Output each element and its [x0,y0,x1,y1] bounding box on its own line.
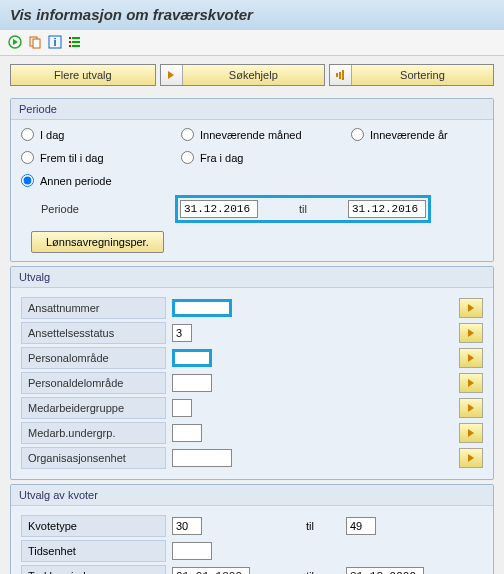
organisasjonsenhet-input[interactable] [172,449,232,467]
row-kvotetype: Kvotetype til [21,514,483,538]
copy-icon[interactable] [28,35,42,51]
utvalg-panel-title: Utvalg [11,267,493,288]
utvalg-panel: Utvalg Ansattnummer Ansettelsesstatus Pe… [10,266,494,480]
row-organisasjonsenhet: Organisasjonsenhet [21,446,483,470]
periode-highlight-box: til [175,195,431,223]
periode-to-input[interactable] [348,200,426,218]
execute-icon[interactable] [8,35,22,51]
lonnsavregning-button[interactable]: Lønnsavregningsper. [31,231,164,253]
multi-select-button[interactable] [459,323,483,343]
button-row: Flere utvalg Søkehjelp Sortering [0,56,504,94]
kvotetype-to-input[interactable] [346,517,376,535]
radio-inn-maned[interactable]: Inneværende måned [181,128,351,141]
radio-fra[interactable]: Fra i dag [181,151,351,164]
medarb-undergrp-input[interactable] [172,424,202,442]
svg-rect-9 [72,41,80,43]
toolbar: i [0,30,504,56]
row-ansattnummer: Ansattnummer [21,296,483,320]
personalomrade-input[interactable] [172,349,212,367]
svg-rect-11 [72,45,80,47]
kvoter-panel: Utvalg av kvoter Kvotetype til Tidsenhet… [10,484,494,574]
trekk-from-input[interactable] [172,567,250,574]
svg-rect-10 [69,45,71,47]
svg-rect-7 [72,37,80,39]
svg-rect-6 [69,37,71,39]
row-tidsenhet: Tidsenhet [21,539,483,563]
medarbeidergruppe-input[interactable] [172,399,192,417]
page-title: Vis informasjon om fraværskvoter [10,6,494,23]
kvotetype-from-input[interactable] [172,517,202,535]
multi-select-button[interactable] [459,448,483,468]
svg-text:i: i [53,36,56,48]
svg-rect-3 [33,39,40,48]
radio-frem[interactable]: Frem til i dag [21,151,181,164]
periode-label: Periode [21,203,167,215]
radio-idag[interactable]: I dag [21,128,181,141]
sortering-button[interactable]: Sortering [329,64,494,86]
radio-inn-ar[interactable]: Inneværende år [351,128,501,141]
til-label: til [278,203,328,215]
row-personaldelomrade: Personaldelområde [21,371,483,395]
ansettelsesstatus-input[interactable] [172,324,192,342]
sokehjelp-button[interactable]: Søkehjelp [160,64,325,86]
trekk-to-input[interactable] [346,567,424,574]
row-medarb-undergrp: Medarb.undergrp. [21,421,483,445]
periode-from-input[interactable] [180,200,258,218]
periode-panel: Periode I dag Inneværende måned Innevære… [10,98,494,262]
kvoter-panel-title: Utvalg av kvoter [11,485,493,506]
arrow-right-icon [161,65,183,85]
radio-annen[interactable]: Annen periode [21,174,181,187]
row-ansettelsesstatus: Ansettelsesstatus [21,321,483,345]
sort-icon [330,65,352,85]
list-icon[interactable] [68,35,82,51]
multi-select-button[interactable] [459,348,483,368]
app-header: Vis informasjon om fraværskvoter [0,0,504,30]
periode-panel-title: Periode [11,99,493,120]
personaldelomrade-input[interactable] [172,374,212,392]
info-icon[interactable]: i [48,35,62,51]
svg-marker-1 [13,39,18,45]
flere-utvalg-button[interactable]: Flere utvalg [10,64,156,86]
row-trekkperiode: Trekkperiode til [21,564,483,574]
multi-select-button[interactable] [459,398,483,418]
row-medarbeidergruppe: Medarbeidergruppe [21,396,483,420]
multi-select-button[interactable] [459,373,483,393]
multi-select-button[interactable] [459,298,483,318]
row-personalomrade: Personalområde [21,346,483,370]
svg-rect-8 [69,41,71,43]
ansattnummer-input[interactable] [172,299,232,317]
multi-select-button[interactable] [459,423,483,443]
tidsenhet-input[interactable] [172,542,212,560]
